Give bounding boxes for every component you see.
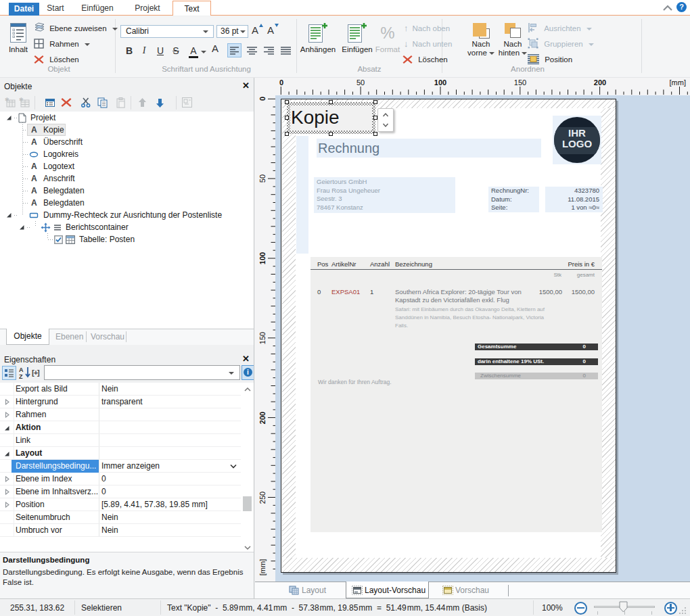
svg-text:✱: ✱ xyxy=(19,97,24,103)
svg-text:Z: Z xyxy=(19,373,23,379)
svg-text:✱: ✱ xyxy=(5,97,9,103)
svg-text:A: A xyxy=(19,366,24,373)
